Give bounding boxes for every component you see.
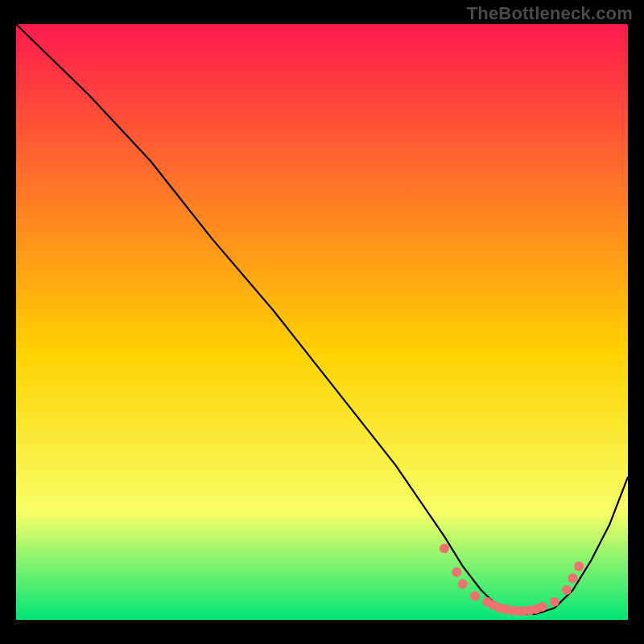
marker-dot — [538, 602, 547, 612]
bottleneck-chart — [0, 0, 644, 644]
marker-dot — [574, 561, 584, 571]
chart-stage: TheBottleneck.com — [0, 0, 644, 644]
marker-dot — [440, 543, 449, 553]
marker-dot — [568, 573, 578, 583]
marker-dot — [470, 591, 480, 601]
marker-dot — [562, 585, 572, 595]
watermark-text: TheBottleneck.com — [467, 3, 633, 24]
marker-dot — [452, 568, 461, 577]
plot-background — [16, 24, 628, 620]
marker-dot — [458, 580, 468, 589]
marker-dot — [550, 597, 559, 607]
